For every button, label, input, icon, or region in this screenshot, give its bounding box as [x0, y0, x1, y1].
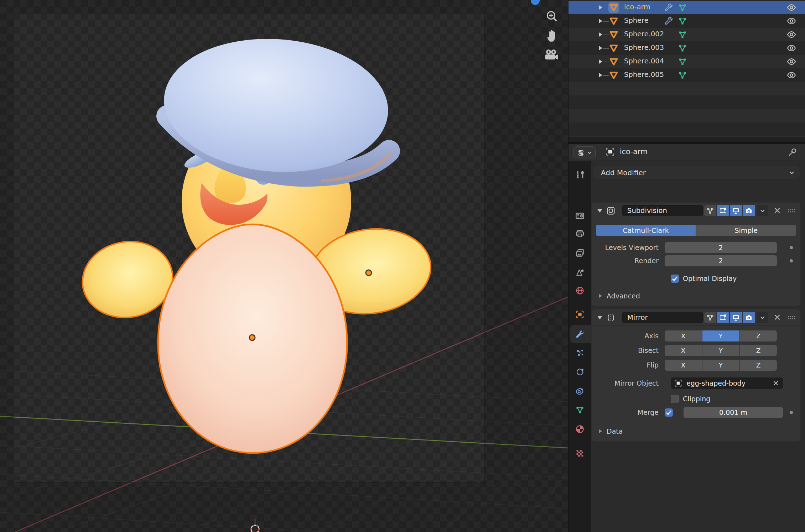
modifier-name-field[interactable]: Subdivision [622, 205, 703, 216]
mesh-object-icon [608, 56, 619, 67]
expand-arrow-icon[interactable] [599, 59, 602, 64]
bisect-y-button[interactable]: Y [702, 345, 739, 356]
delete-modifier-button[interactable] [773, 206, 783, 216]
bisect-z-button[interactable]: Z [740, 345, 777, 356]
flip-z-button[interactable]: Z [740, 360, 777, 371]
toggle-realtime-display[interactable] [730, 205, 742, 216]
optimal-display-checkbox[interactable] [671, 275, 679, 283]
toggle-edit-mode-display[interactable] [717, 205, 729, 216]
tab-texture[interactable] [568, 445, 591, 462]
eye-icon[interactable] [786, 57, 796, 67]
advanced-section-header[interactable]: Advanced [592, 290, 800, 302]
tab-world[interactable] [568, 282, 591, 299]
collapse-triangle-icon[interactable] [597, 209, 602, 213]
tab-physics[interactable] [568, 364, 591, 381]
tab-output[interactable] [568, 225, 591, 242]
flip-x-button[interactable]: X [665, 360, 702, 371]
tab-tool[interactable] [568, 166, 591, 183]
simple-button[interactable]: Simple [696, 225, 796, 236]
bisect-x-button[interactable]: X [665, 345, 702, 356]
outliner-item-label[interactable]: Sphere.005 [624, 71, 664, 79]
outliner-row-sphere-004[interactable]: Sphere.004 [568, 55, 805, 68]
flip-y-button[interactable]: Y [702, 360, 739, 371]
animate-decorator-dot[interactable] [790, 411, 793, 414]
modifier-extras-dropdown[interactable] [757, 205, 768, 216]
axis-y-button[interactable]: Y [702, 330, 739, 341]
eye-icon[interactable] [786, 30, 796, 40]
outliner-empty-area[interactable] [568, 82, 805, 138]
expand-arrow-icon[interactable] [599, 73, 602, 77]
drag-handle-icon[interactable] [787, 208, 796, 214]
pan-tool-button[interactable] [544, 28, 560, 43]
subdivision-panel-header[interactable]: Subdivision [592, 203, 800, 219]
animate-decorator-dot[interactable] [790, 246, 793, 249]
modifier-wrench-icon [664, 16, 673, 26]
tab-scene[interactable] [568, 264, 591, 281]
eye-icon[interactable] [786, 43, 796, 53]
toggle-edit-mode-display[interactable] [717, 312, 729, 323]
tab-modifiers[interactable] [568, 325, 591, 343]
merge-checkbox[interactable] [665, 408, 673, 417]
zoom-tool-button[interactable] [544, 9, 560, 25]
modifier-name-field[interactable]: Mirror [622, 312, 703, 323]
3d-viewport[interactable] [0, 0, 568, 532]
editor-type-button[interactable] [573, 146, 596, 159]
eye-icon[interactable] [786, 70, 796, 80]
clear-object-icon[interactable] [772, 379, 780, 387]
tab-object-data[interactable] [568, 401, 591, 418]
outliner-item-label[interactable]: Sphere.002 [624, 30, 664, 38]
outliner-item-label[interactable]: ico-arm [624, 3, 650, 11]
delete-modifier-button[interactable] [773, 313, 783, 323]
axis-z-button[interactable]: Z [740, 330, 777, 341]
tab-constraints[interactable] [568, 382, 591, 400]
levels-viewport-row: Levels Viewport 2 [592, 241, 800, 254]
levels-viewport-slider[interactable]: 2 [665, 242, 777, 253]
mirror-object-label: Mirror Object [592, 379, 665, 387]
animate-decorator-dot[interactable] [790, 259, 793, 262]
catmull-clark-button[interactable]: Catmull-Clark [596, 225, 696, 236]
subdivision-modifier-panel: Subdivision [591, 202, 801, 306]
expand-arrow-icon[interactable] [599, 5, 602, 10]
check-icon [665, 408, 673, 417]
outliner-row-sphere-002[interactable]: Sphere.002 [568, 28, 805, 41]
pin-button[interactable] [787, 147, 799, 158]
merge-threshold-slider[interactable]: 0.001 m [684, 407, 783, 418]
data-section-header[interactable]: Data [592, 426, 800, 437]
drag-handle-icon[interactable] [787, 315, 796, 320]
outliner-row-sphere-005[interactable]: Sphere.005 [568, 68, 805, 82]
clipping-checkbox[interactable] [671, 395, 679, 403]
outliner-item-label[interactable]: Sphere [624, 16, 649, 25]
outliner-row-sphere-003[interactable]: Sphere.003 [568, 41, 805, 55]
collapse-triangle-icon[interactable] [597, 316, 602, 319]
expand-arrow-icon[interactable] [599, 32, 602, 37]
tab-particles[interactable] [568, 344, 591, 361]
render-levels-slider[interactable]: 2 [665, 255, 777, 266]
expand-arrow-icon[interactable] [599, 19, 602, 23]
toggle-render-display[interactable] [743, 205, 755, 216]
camera-view-button[interactable] [544, 47, 559, 63]
tab-material[interactable] [568, 421, 591, 438]
tab-view-layer[interactable] [568, 245, 591, 262]
toggle-realtime-display[interactable] [730, 312, 742, 323]
modifier-extras-dropdown[interactable] [757, 312, 768, 323]
tab-render[interactable] [568, 207, 591, 224]
properties-editor: ico-arm [568, 144, 805, 532]
eye-icon[interactable] [786, 16, 796, 26]
axis-x-button[interactable]: X [665, 330, 702, 341]
outliner-row-ico-arm[interactable]: ico-arm [568, 1, 805, 14]
outliner-panel[interactable]: ico-arm Sphere [568, 0, 805, 142]
toggle-edit-mode-cage[interactable] [704, 312, 716, 323]
mirror-panel-header[interactable]: Mirror [592, 309, 800, 326]
outliner-row-sphere[interactable]: Sphere [568, 14, 805, 28]
outliner-item-label[interactable]: Sphere.004 [624, 57, 664, 65]
optimal-display-label: Optimal Display [683, 275, 737, 282]
add-modifier-button[interactable]: Add Modifier [593, 166, 800, 179]
toggle-edit-mode-cage[interactable] [704, 205, 716, 216]
toggle-render-display[interactable] [743, 312, 755, 323]
eye-icon[interactable] [786, 2, 796, 12]
breadcrumb[interactable]: ico-arm [605, 146, 648, 157]
tab-object[interactable] [568, 306, 591, 323]
mirror-object-field[interactable]: egg-shaped-body [671, 377, 783, 389]
outliner-item-label[interactable]: Sphere.003 [624, 43, 664, 52]
expand-arrow-icon[interactable] [599, 46, 602, 50]
